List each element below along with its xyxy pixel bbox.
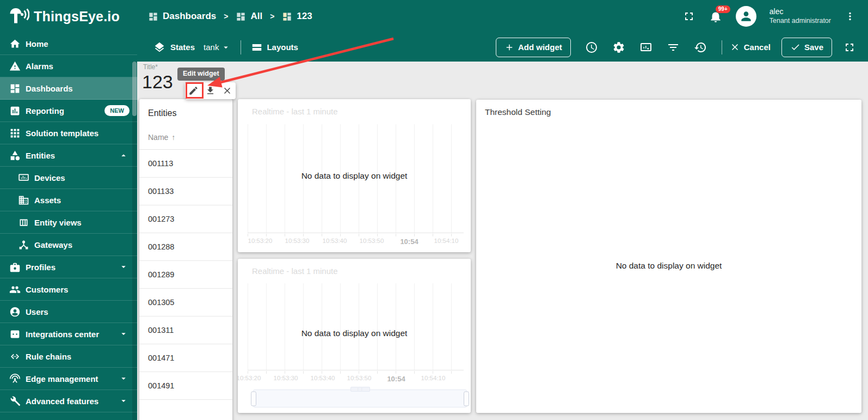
timeseries-chart-widget-2: Realtime - last 1 minute 10:53:20 10:53:…	[238, 259, 471, 413]
entity-aliases-button[interactable]	[639, 41, 652, 54]
column-header-name[interactable]: Name ↑	[139, 118, 232, 142]
account-circle-icon	[9, 306, 21, 318]
widget-title: Threshold Setting	[476, 100, 861, 117]
breadcrumb-separator: >	[224, 12, 228, 21]
table-row[interactable]: 001471	[139, 344, 232, 372]
report-chart-icon	[9, 105, 21, 117]
widget-title: Entities	[139, 99, 232, 118]
sidebar-item-home[interactable]: Home	[0, 33, 137, 55]
dashboard-settings-button[interactable]	[612, 41, 625, 54]
device-chart-icon	[639, 41, 652, 54]
fullscreen-button[interactable]	[682, 10, 695, 23]
breadcrumb-current-dashboard[interactable]: 123	[282, 11, 312, 22]
remove-widget-button[interactable]	[219, 82, 236, 99]
breadcrumb-all[interactable]: All	[236, 11, 262, 22]
hub-icon	[18, 239, 29, 251]
breadcrumb-dashboards[interactable]: Dashboards	[148, 11, 216, 22]
widget-action-bar	[185, 82, 236, 99]
sidebar-item-entities[interactable]: Entities	[0, 144, 137, 167]
notifications-button[interactable]: 99+	[709, 9, 723, 23]
toolbar-divider	[722, 40, 722, 54]
edit-widget-button[interactable]	[185, 82, 202, 99]
sidebar-item-edge-management[interactable]: Edge management	[0, 368, 137, 390]
add-widget-button[interactable]: Add widget	[496, 38, 571, 57]
layers-icon	[153, 41, 165, 53]
dashboard-icon	[9, 83, 21, 94]
app-logo[interactable]: ThingsEye.io	[0, 6, 120, 27]
chart-timewindow-label: Realtime - last 1 minute	[252, 266, 338, 276]
table-row[interactable]: 001305	[139, 289, 232, 316]
sidebar-item-assets[interactable]: Assets	[0, 189, 137, 211]
chevron-up-icon	[119, 150, 128, 160]
sidebar-item-reporting[interactable]: Reporting NEW	[0, 100, 137, 122]
table-row[interactable]: 001133	[139, 178, 232, 205]
sidebar-item-rule-chains[interactable]: Rule chains	[0, 345, 137, 368]
chevron-down-icon	[119, 329, 128, 339]
logo-icon	[8, 6, 29, 27]
toolbar-fullscreen-button[interactable]	[843, 41, 856, 54]
timewindow-button[interactable]	[585, 41, 598, 54]
no-data-message: No data to display on widget	[238, 328, 471, 338]
kebab-menu-button[interactable]	[844, 10, 856, 22]
export-widget-button[interactable]	[202, 82, 219, 99]
data-zoom-slider[interactable]: ⋮⋮	[253, 389, 467, 407]
user-avatar-button[interactable]	[736, 6, 756, 27]
table-row[interactable]: 001491	[139, 372, 232, 400]
clock-icon	[585, 41, 598, 54]
table-row[interactable]: 001289	[139, 261, 232, 289]
sidebar-item-alarms[interactable]: Alarms	[0, 55, 137, 77]
sidebar-item-customers[interactable]: Customers	[0, 278, 137, 301]
sidebar-nav: Home Alarms Dashboards Reporting NEW Sol…	[0, 33, 137, 420]
table-row[interactable]: 001288	[139, 233, 232, 261]
filter-icon	[667, 41, 680, 54]
timeseries-chart-widget-1: Realtime - last 1 minute 10:53:20 10:53:…	[238, 99, 471, 252]
sidebar-item-gateways[interactable]: Gateways	[0, 234, 137, 256]
data-zoom-left-handle[interactable]	[251, 391, 256, 406]
cancel-button[interactable]: Cancel	[730, 42, 771, 52]
entities-widget: Entities Name ↑ 001113 001133 001273 001…	[139, 99, 232, 420]
state-select[interactable]: tank	[204, 42, 231, 52]
filters-button[interactable]	[667, 41, 680, 54]
close-icon	[222, 86, 232, 96]
user-info: alec Tenant administrator	[769, 7, 831, 25]
close-icon	[730, 42, 740, 52]
sidebar-item-solution-templates[interactable]: Solution templates	[0, 122, 137, 144]
table-row[interactable]: 001113	[139, 150, 232, 178]
dashboard-title-input[interactable]: 123	[142, 71, 173, 93]
sidebar-item-advanced-features[interactable]: Advanced features	[0, 390, 137, 412]
save-button[interactable]: Save	[781, 38, 832, 57]
caret-down-icon	[221, 42, 231, 52]
sidebar-item-entity-views[interactable]: Entity views	[0, 211, 137, 234]
states-label: States	[170, 42, 195, 52]
chart-axis-ticks	[248, 371, 464, 374]
sidebar-item-devices[interactable]: Devices	[0, 167, 137, 189]
chart-axis-ticks	[248, 234, 464, 236]
toolbar-divider	[241, 40, 241, 54]
dashboard-group-icon	[236, 11, 246, 22]
version-control-button[interactable]	[694, 41, 707, 54]
building-icon	[18, 194, 29, 206]
header-actions: 99+ alec Tenant administrator	[682, 6, 868, 27]
sidebar-item-integrations-center[interactable]: Integrations center	[0, 323, 137, 345]
data-zoom-grip[interactable]: ⋮⋮	[350, 387, 370, 392]
data-zoom-right-handle[interactable]	[464, 391, 469, 406]
columns-icon	[18, 217, 29, 228]
sidebar-item-users[interactable]: Users	[0, 301, 137, 323]
chart-timewindow-label: Realtime - last 1 minute	[252, 107, 338, 116]
table-row[interactable]: 001273	[139, 205, 232, 233]
sidebar-item-dashboards[interactable]: Dashboards	[0, 77, 137, 100]
rows-icon	[251, 41, 263, 53]
chevron-down-icon	[119, 374, 128, 384]
user-role: Tenant administrator	[769, 17, 831, 26]
dashboard-title-label: Title*	[143, 63, 158, 71]
badge-icon	[9, 261, 21, 273]
people-icon	[9, 284, 21, 295]
layouts-button[interactable]: Layouts	[251, 41, 298, 53]
sidebar-item-profiles[interactable]: Profiles	[0, 256, 137, 278]
table-row[interactable]: 001311	[139, 316, 232, 344]
fullscreen-icon	[682, 10, 695, 23]
sidebar-scrollbar-thumb[interactable]	[132, 62, 137, 116]
grid-icon	[9, 127, 21, 139]
history-icon	[694, 41, 707, 54]
dashboard-icon	[282, 11, 292, 22]
